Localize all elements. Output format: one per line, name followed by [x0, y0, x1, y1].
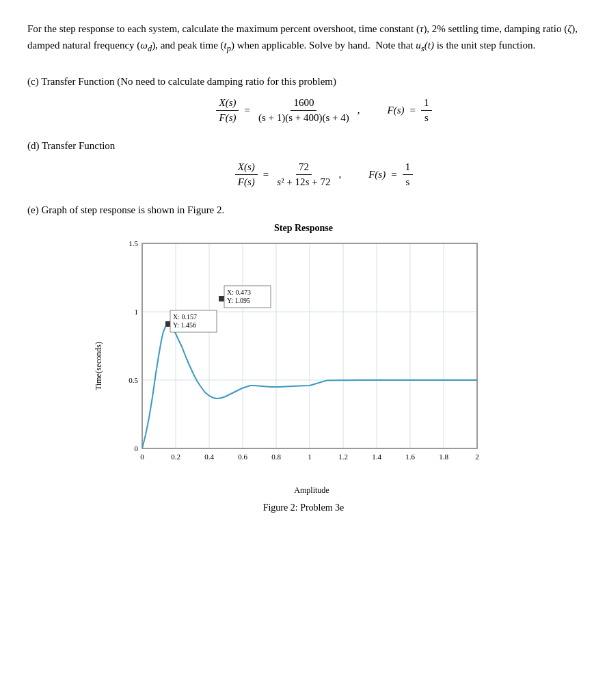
section-d-equation: X(s) F(s) = 72 s² + 12s + 72 , F(s) = 1 … — [68, 161, 580, 188]
section-c-label: (c) Transfer Function (No need to calcul… — [27, 76, 580, 88]
section-d-label: (d) Transfer Function — [27, 140, 580, 152]
c-fs-eq: F(s) = 1 s — [388, 97, 432, 124]
x-tick-14: 1.4 — [372, 453, 381, 461]
x-tick-2: 2 — [475, 453, 479, 461]
x-tick-04: 0.4 — [204, 453, 214, 461]
chart-inner: 0 0.5 1 1.5 0 0.2 0.4 0.6 0.8 1 1.2 1.4 … — [108, 237, 515, 496]
y-tick-1: 1 — [135, 308, 139, 316]
tooltip1-x: X: 0.157 — [173, 313, 197, 321]
chart-svg: 0 0.5 1 1.5 0 0.2 0.4 0.6 0.8 1 1.2 1.4 … — [108, 237, 491, 483]
intro-paragraph: For the step response to each system, ca… — [27, 21, 580, 55]
x-tick-18: 1.8 — [439, 453, 448, 461]
x-tick-02: 0.2 — [171, 453, 180, 461]
tooltip2-x: X: 0.473 — [227, 288, 251, 296]
y-axis-label: Time(seconds) — [92, 237, 105, 496]
x-tick-0: 0 — [140, 453, 144, 461]
c-xs-fraction: X(s) F(s) — [216, 97, 239, 124]
section-c-equation: X(s) F(s) = 1600 (s + 1)(s + 400)(s + 4)… — [68, 97, 580, 124]
section-e-label: (e) Graph of step response is shown in F… — [27, 204, 580, 216]
c-main-fraction: 1600 (s + 1)(s + 400)(s + 4) — [256, 97, 352, 124]
x-tick-1: 1 — [308, 453, 312, 461]
d-main-fraction: 72 s² + 12s + 72 — [274, 161, 333, 188]
section-e: (e) Graph of step response is shown in F… — [27, 204, 580, 513]
x-tick-06: 0.6 — [238, 453, 247, 461]
c-transfer-eq: X(s) F(s) = 1600 (s + 1)(s + 400)(s + 4)… — [216, 97, 360, 124]
d-fs-fraction: 1 s — [403, 161, 414, 188]
step-response-chart: Step Response Time(seconds) — [92, 223, 515, 513]
figure-caption: Figure 2: Problem 3e — [92, 502, 515, 513]
d-transfer-eq: X(s) F(s) = 72 s² + 12s + 72 , — [235, 161, 341, 188]
y-tick-15: 1.5 — [129, 239, 138, 247]
note-that-text: Note that — [375, 40, 413, 51]
chart-wrap: Time(seconds) — [92, 237, 515, 496]
x-tick-08: 0.8 — [271, 453, 281, 461]
tooltip2-y: Y: 1.095 — [227, 297, 250, 304]
y-tick-05: 0.5 — [129, 376, 138, 384]
y-tick-0: 0 — [135, 444, 139, 453]
x-tick-12: 1.2 — [338, 453, 348, 461]
section-d: (d) Transfer Function X(s) F(s) = 72 s² … — [27, 140, 580, 188]
c-fs-fraction: 1 s — [421, 97, 432, 124]
tooltip2-marker — [219, 296, 224, 301]
section-c: (c) Transfer Function (No need to calcul… — [27, 76, 580, 124]
d-fs-eq: F(s) = 1 s — [368, 161, 413, 188]
d-xs-fraction: X(s) F(s) — [235, 161, 258, 188]
x-axis-label: Amplitude — [108, 485, 515, 496]
chart-title: Step Response — [92, 223, 515, 234]
x-tick-16: 1.6 — [405, 453, 415, 461]
tooltip1-y: Y: 1.456 — [173, 321, 196, 329]
